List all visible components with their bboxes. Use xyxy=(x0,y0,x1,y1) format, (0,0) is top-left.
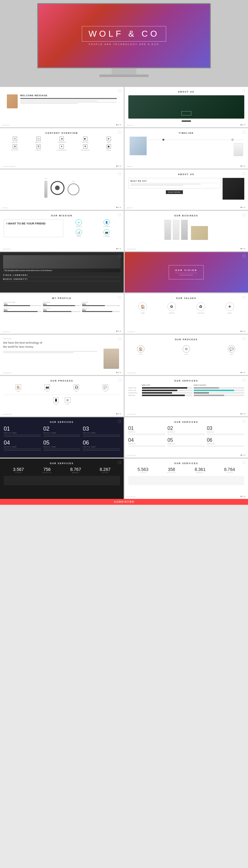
slide-circle xyxy=(242,337,246,340)
tech-lines xyxy=(3,351,120,353)
slide-circle xyxy=(118,378,121,381)
service-divider xyxy=(207,433,244,434)
slide-dots xyxy=(116,331,121,332)
values-slide: OUR VALUES 🏠 HOME ⚙ SUPPORT ♻ GOOD JOB ✈… xyxy=(125,293,248,334)
service-divider xyxy=(43,435,81,435)
service-divider xyxy=(43,448,81,449)
stat-num: 8.767 xyxy=(70,467,81,472)
dot xyxy=(118,124,119,125)
slide-dots xyxy=(116,165,121,167)
slide-circle xyxy=(242,172,246,175)
divider xyxy=(3,277,120,277)
step-label: STEP 2 xyxy=(184,353,188,355)
slide-circle xyxy=(242,89,246,93)
bar-fill xyxy=(43,311,71,312)
slide-dots xyxy=(241,455,246,456)
dot xyxy=(242,248,244,249)
product-label: ITEM xyxy=(72,181,75,182)
icon-mission: ◈ xyxy=(60,136,64,141)
product-label: ITEM xyxy=(44,178,47,180)
slide-circle xyxy=(242,131,246,134)
slide-dots xyxy=(241,124,246,125)
service-item-03: 03 SERVICE NAME xyxy=(83,426,120,437)
slide-dots xyxy=(241,165,246,167)
profile-bar-item: Completely Free 80% xyxy=(82,308,120,312)
gear-icon: ⚙ xyxy=(183,345,190,353)
dot xyxy=(241,248,242,249)
slide-page-label: TECHNOLOGY xyxy=(2,372,11,374)
text-line xyxy=(131,185,183,186)
value-item-home: 🏠 HOME xyxy=(138,302,147,314)
icon-mobile: ▣ xyxy=(107,144,111,149)
slide-circle xyxy=(242,213,246,216)
biz-bag xyxy=(191,226,208,240)
services-cols-header: MAKE IT EPIC ROOM TO SUCCEED xyxy=(128,384,245,386)
dot xyxy=(116,413,117,414)
value-item-support: ⚙ SUPPORT xyxy=(167,302,176,314)
service-label: SERVICE NAME xyxy=(4,446,41,448)
slide-circle xyxy=(242,461,246,464)
service-label: SERVICE NAME xyxy=(83,446,120,448)
proc-item: 💬 STEP xyxy=(103,384,108,392)
icon-label: MOBILE xyxy=(106,149,111,151)
timeline-bag-wrap xyxy=(148,143,243,156)
watermark-bar: 众品素材·每日更新 xyxy=(0,499,248,505)
values-icons: 🏠 HOME ⚙ SUPPORT ♻ GOOD JOB ✈ CARGO xyxy=(128,302,245,314)
profile-bar-item: Professional Process (SEO) 70% xyxy=(4,302,41,306)
dot xyxy=(244,372,246,373)
col2-header: ROOM TO SUCCEED xyxy=(194,384,244,386)
mission-icon-item: 📷 PHOTOGRAPHY xyxy=(94,229,120,237)
mission-icon-photo: 📷 xyxy=(104,229,110,235)
service-item-06: 06 SERVICE xyxy=(207,437,244,447)
mission-icon-item: 📊 STRATEGY xyxy=(66,229,92,237)
process-step1: 🏠 STEP 1 xyxy=(137,345,144,355)
value-item-cargo: ✈ CARGO xyxy=(225,302,234,314)
stats-dark-slide: OUR SERVICES 3.567 CLIENTS 756 PROJECTS … xyxy=(0,459,124,499)
stat-label: CLIENTS xyxy=(13,472,24,473)
service-divider xyxy=(167,445,205,445)
icon-label: TIMELINE xyxy=(35,149,41,151)
icon-label: VIEW xyxy=(107,142,110,143)
icon-gear: ⚙ xyxy=(83,144,87,149)
values-title: OUR VALUES xyxy=(128,297,245,299)
read-more-btn[interactable]: READ MORE xyxy=(166,190,183,194)
value-item-goodjob: ♻ GOOD JOB xyxy=(197,302,205,314)
slide-dots xyxy=(241,372,246,373)
proc-label: STEP xyxy=(17,391,20,392)
slide-dots xyxy=(116,207,121,208)
slide-page-label: MY PROFILE xyxy=(2,124,10,126)
stat-item: 358 PROJECTS xyxy=(167,467,176,473)
icon-service: ✦ xyxy=(60,144,64,149)
monitor-stand xyxy=(112,68,136,74)
welcome-slide: WELCOME MESSAGE MY PROFILE xyxy=(0,87,124,127)
product-bottle xyxy=(44,181,47,198)
slide-dots xyxy=(116,124,121,125)
watermark-text: 众品素材·每日更新 xyxy=(114,500,134,503)
monitor-screen: WOLF & CO PEOPLE AND TECHNOLOGY ARE A DU… xyxy=(37,3,211,68)
slide-dots xyxy=(241,496,246,497)
service-divider xyxy=(167,433,205,434)
support-icon: ⚙ xyxy=(167,302,176,311)
service-label: SERVICE xyxy=(167,431,205,433)
stats-dark-title: OUR SERVICES xyxy=(4,462,120,464)
dot xyxy=(120,372,121,373)
dot xyxy=(241,331,242,332)
dot xyxy=(244,496,246,497)
slide-circle xyxy=(118,172,121,175)
process-left-slide: OUR PROCESS 🏠 STEP 📷 STEP 🎧 STEP 💬 STEP … xyxy=(0,376,124,416)
stat-item: 8.361 AWARDS xyxy=(195,467,206,473)
what-we-do-box: WHAT WE DO? xyxy=(128,178,221,188)
dot xyxy=(242,496,244,497)
dot xyxy=(242,372,244,373)
dot xyxy=(244,124,246,125)
about-bar xyxy=(182,120,191,122)
mission-slide: OUR MISSION I WANT TO BE YOUR FRIEND ◈ I… xyxy=(0,211,124,251)
text-line xyxy=(43,450,81,451)
slides-grid: WELCOME MESSAGE MY PROFILE ABOUT US AB xyxy=(0,87,248,499)
slide-circle xyxy=(242,420,246,423)
bar-label: We Speak Mobile xyxy=(43,302,81,303)
service-number: 03 xyxy=(83,426,120,432)
mission-text-box: I WANT TO BE YOUR FRIEND xyxy=(4,219,63,237)
dot xyxy=(244,207,246,208)
services-bar-row: COLOUR HUNT xyxy=(128,392,245,394)
